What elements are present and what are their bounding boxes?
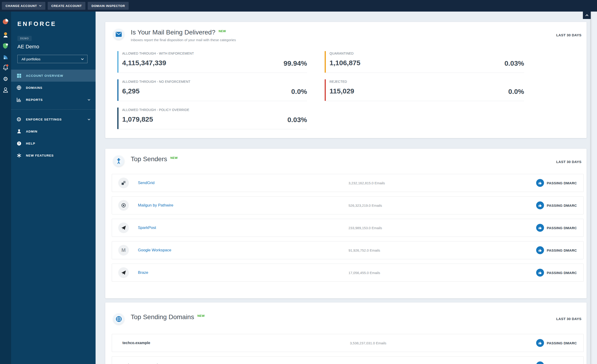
sidebar-item-label: NEW FEATURES [26,154,90,157]
app-switcher-rail: ⚙ [0,12,11,364]
sidebar-item-enforce-settings[interactable]: ⚙ ENFORCE SETTINGS [11,113,95,125]
sidebar-item-help[interactable]: ? HELP [11,137,95,149]
sparkpost-logo-icon [118,223,129,233]
chevron-down-icon [39,5,42,7]
sidebar-item-reports[interactable]: REPORTS [11,94,95,106]
status-label: PASSING DMARC [547,271,577,275]
thumbs-up-icon [536,246,544,254]
stat-quarantined: QUARANTINED 1,106,875 0.03% [325,51,524,73]
sender-list: SendGrid 3,232,162,815.0 Emails PASSING … [112,174,584,282]
asterisk-icon [16,153,22,158]
portfolio-selected-value: All portfolios [22,57,81,61]
thumbs-up-icon [536,339,544,347]
card-title: Top Sending Domains [131,314,194,321]
demo-badge: DEMO [17,36,32,41]
sidebar-item-domains[interactable]: DOMAINS [11,82,95,94]
status-label: PASSING DMARC [547,226,577,230]
domain-row: techco.example 3,538,237,031.0 Emails PA… [112,334,584,352]
delivery-stats: ALLOWED THROUGH - WITH ENFORCEMENT 4,115… [117,51,587,129]
domain-list: techco.example 3,538,237,031.0 Emails PA… [112,334,584,364]
new-badge: NEW [197,314,205,318]
thumbs-up-icon [536,224,544,232]
settings-gear-icon[interactable]: ⚙ [2,75,9,83]
monitor-product-icon[interactable] [2,53,9,60]
grid-icon [16,73,22,78]
sender-link[interactable]: Google Workspace [138,248,348,253]
status-badge: PASSING DMARC [536,179,577,187]
chevron-down-icon [87,99,90,101]
scroll-to-top-button[interactable] [583,12,591,19]
svg-text:?: ? [18,142,20,145]
stat-value: 1,106,875 [330,59,524,67]
chevron-up-icon [585,14,589,16]
domain-email-count: 3,538,237,031.0 Emails [350,341,386,345]
sidebar-item-label: REPORTS [26,98,87,101]
stat-label: REJECTED [330,80,524,84]
stat-value: 6,295 [122,87,307,95]
stat-label: ALLOWED THROUGH - NO ENFORCEMENT [122,80,307,84]
status-badge: PASSING DMARC [536,201,577,209]
status-label: PASSING DMARC [547,248,577,252]
status-badge: PASSING DMARC [536,224,577,232]
sidebar-item-label: HELP [26,142,90,145]
stat-label: ALLOWED THROUGH - POLICY OVERRIDE [122,108,307,112]
sidebar-item-new-features[interactable]: NEW FEATURES [11,149,95,162]
thumbs-up-icon [536,179,544,187]
status-label: PASSING DMARC [547,341,577,345]
sender-email-count: 526,323,219.0 Emails [348,203,382,208]
notifications-bell-icon[interactable] [2,64,9,71]
person-arms-up-icon [113,156,124,166]
stat-percent: 99.94% [283,59,307,67]
stat-value: 4,115,347,339 [122,59,307,67]
sender-row: Mailgun by Pathwire 526,323,219.0 Emails… [112,196,584,214]
account-person-icon[interactable] [2,86,9,94]
shield-product-icon[interactable] [2,42,9,49]
sender-row: Braze 17,056,455.0 Emails PASSING DMARC [112,264,584,282]
sendgrid-logo-icon [118,178,129,188]
scrollbar-track[interactable] [590,12,597,364]
status-label: PASSING DMARC [547,181,577,185]
sidebar-item-label: ACCOUNT OVERVIEW [26,74,90,77]
portfolio-select[interactable]: All portfolios [17,55,87,63]
sender-email-count: 3,232,162,815.0 Emails [348,181,385,185]
change-account-button[interactable]: CHANGE ACCOUNT [2,2,45,10]
create-account-label: CREATE ACCOUNT [51,4,82,8]
chevron-down-icon [87,118,90,120]
period-label: LAST 30 DAYS [556,160,581,164]
domain-inspector-label: DOMAIN INSPECTOR [91,4,125,8]
chevron-down-icon [81,58,84,60]
sender-row: M Google Workspace 91,926,752.0 Emails P… [112,241,584,259]
thumbs-up-icon [536,269,544,277]
bar-chart-icon [16,97,22,102]
status-badge: PASSING DMARC [536,339,577,347]
brand-pie-icon[interactable] [2,18,9,25]
domain-row: realestateco.example 45,079,322.0 Emails… [112,356,584,364]
top-sending-domains-card: Top Sending Domains NEW LAST 30 DAYS tec… [105,302,587,364]
stat-allowed-policy-override: ALLOWED THROUGH - POLICY OVERRIDE 1,079,… [117,108,307,129]
stat-rejected: REJECTED 115,029 0.0% [325,79,524,101]
sender-row: SendGrid 3,232,162,815.0 Emails PASSING … [112,174,584,192]
stat-percent: 0.03% [287,116,307,124]
top-bar: CHANGE ACCOUNT CREATE ACCOUNT DOMAIN INS… [0,0,597,12]
sender-link[interactable]: Braze [138,270,348,275]
status-badge: PASSING DMARC [536,269,577,277]
sender-link[interactable]: SparkPost [138,225,348,230]
globe-icon [16,85,22,90]
sender-link[interactable]: SendGrid [138,181,348,185]
card-title: Top Senders [131,156,167,163]
sidebar-item-admin[interactable]: ADMIN [11,125,95,137]
gear-icon: ⚙ [16,116,22,122]
stat-percent: 0.03% [504,59,524,67]
status-label: PASSING DMARC [547,203,577,208]
sender-link[interactable]: Mailgun by Pathwire [138,203,348,208]
user-product-icon[interactable] [2,31,9,39]
stat-percent: 0.0% [508,88,524,95]
main-content: Is Your Mail Being Delivered? NEW Inboxe… [95,12,590,364]
create-account-button[interactable]: CREATE ACCOUNT [48,2,86,10]
sidebar-item-account-overview[interactable]: ACCOUNT OVERVIEW [11,70,95,82]
stat-allowed-with-enforcement: ALLOWED THROUGH - WITH ENFORCEMENT 4,115… [117,51,307,73]
domain-inspector-button[interactable]: DOMAIN INSPECTOR [88,2,129,10]
sidebar-item-label: ADMIN [26,130,90,133]
top-senders-card: Top Senders NEW LAST 30 DAYS SendGrid 3,… [105,149,587,298]
period-label: LAST 30 DAYS [556,33,581,37]
